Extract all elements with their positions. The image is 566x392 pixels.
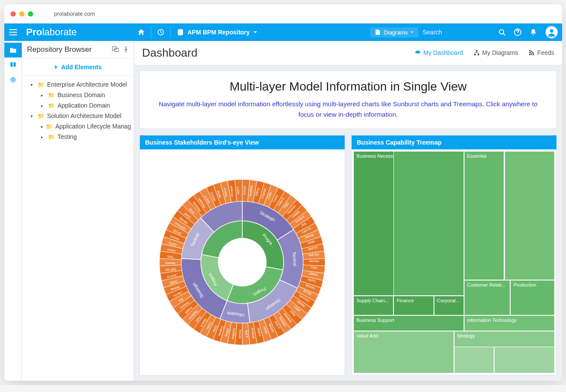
treemap-title: Business Capability Treemap <box>352 135 556 149</box>
svg-rect-8 <box>476 50 478 51</box>
dashboard-tabs: My DashboardMy DiagramsFeeds <box>415 49 554 57</box>
repository-tree: ▾📁Enterprise Architecture Model▸📁Busines… <box>22 76 134 145</box>
treemap-cell[interactable]: Information Technology <box>464 315 555 331</box>
add-elements-button[interactable]: + Add Elements <box>22 59 134 76</box>
file-icon <box>375 29 381 35</box>
treemap-cell[interactable]: Customer Relati... <box>464 280 510 316</box>
rail-folder-icon[interactable] <box>4 43 22 57</box>
home-icon[interactable] <box>133 24 149 41</box>
treemap-cell[interactable] <box>494 347 555 373</box>
help-icon[interactable] <box>510 24 525 41</box>
treemap-cell[interactable]: Finance <box>393 296 434 316</box>
treemap-cell[interactable]: Production <box>510 280 555 316</box>
treemap-cell[interactable]: Supply Chain... <box>353 296 393 316</box>
chevron-down-icon <box>253 30 258 34</box>
treemap-cell[interactable] <box>505 151 555 280</box>
treemap-cell[interactable]: Value Add <box>353 331 454 373</box>
tree-item[interactable]: ▾📁Solution Architecture Model <box>25 111 130 121</box>
treemap-cell[interactable]: Corporat... <box>434 296 464 316</box>
svg-point-5 <box>11 78 15 82</box>
rail-target-icon[interactable] <box>4 72 22 87</box>
pin-icon[interactable] <box>123 46 129 54</box>
sunburst-panel: Business Stakeholders Bird's-eye View Pr… <box>139 135 345 375</box>
browser-chrome: prolaborate.com <box>4 4 562 24</box>
tab-my-diagrams[interactable]: My Diagrams <box>474 49 518 57</box>
hero-banner: Multi-layer Model Information in Single … <box>139 71 557 129</box>
diagrams-button[interactable]: Diagrams <box>370 27 418 37</box>
search-input[interactable] <box>423 29 484 36</box>
sidebar: Repository Browser + Add Elements ▾📁Ente… <box>22 41 134 381</box>
sunburst-title: Business Stakeholders Bird's-eye View <box>140 135 345 149</box>
user-avatar[interactable] <box>546 26 558 38</box>
treemap-cell[interactable] <box>454 347 494 373</box>
bell-icon[interactable] <box>525 24 541 41</box>
database-icon <box>177 29 184 36</box>
traffic-lights <box>10 11 33 17</box>
search-box[interactable] <box>423 29 505 36</box>
repository-selector[interactable]: APM BPM Repository <box>173 29 262 36</box>
svg-point-6 <box>12 79 14 81</box>
rail-book-icon[interactable] <box>4 57 22 72</box>
svg-point-2 <box>499 30 504 34</box>
treemap-panel: Business Capability Treemap Business Nec… <box>351 135 557 375</box>
treemap-cell[interactable] <box>393 151 464 296</box>
clock-icon[interactable] <box>153 24 169 41</box>
rail-bar <box>4 41 22 381</box>
tree-item[interactable]: ▸📁Business Domain <box>25 90 130 100</box>
hero-subtitle: Navigate multi-layer model information e… <box>152 99 544 120</box>
search-icon[interactable] <box>498 29 505 36</box>
tab-my-dashboard[interactable]: My Dashboard <box>415 49 463 57</box>
page-title: Dashboard <box>142 46 197 60</box>
svg-rect-10 <box>478 54 479 55</box>
brand-logo[interactable]: Prolaborate <box>22 27 81 38</box>
hero-title: Multi-layer Model Information in Single … <box>152 80 544 94</box>
treemap-cell[interactable]: Business Support <box>353 315 464 331</box>
menu-icon[interactable] <box>4 24 22 41</box>
address-bar[interactable]: prolaborate.com <box>54 10 556 17</box>
svg-point-11 <box>529 54 531 55</box>
sunburst-chart[interactable]: Progra...Project..Project..StrategicTact… <box>155 175 329 349</box>
svg-point-4 <box>550 29 553 33</box>
treemap-chart[interactable]: Business NecessitySupply Chain...Finance… <box>353 151 555 373</box>
tree-item[interactable]: ▸📁Testing <box>25 132 130 142</box>
tree-item[interactable]: ▾📁Enterprise Architecture Model <box>25 79 130 90</box>
max-dot[interactable] <box>28 11 33 17</box>
repository-name: APM BPM Repository <box>187 29 250 36</box>
top-nav: Prolaborate APM BPM Repository Diagrams <box>4 24 562 41</box>
chevron-down-icon <box>410 30 414 34</box>
tree-item[interactable]: ▸📁Application Domain <box>25 100 130 111</box>
close-dot[interactable] <box>10 11 16 17</box>
chat-icon[interactable] <box>112 46 119 54</box>
sidebar-title: Repository Browser <box>27 45 92 54</box>
min-dot[interactable] <box>19 11 24 17</box>
treemap-cell[interactable]: Essential <box>464 151 504 280</box>
tab-feeds[interactable]: Feeds <box>529 49 554 57</box>
tree-item[interactable]: ▸📁Application Lifecycle Manag <box>25 121 130 132</box>
svg-rect-9 <box>474 54 476 55</box>
